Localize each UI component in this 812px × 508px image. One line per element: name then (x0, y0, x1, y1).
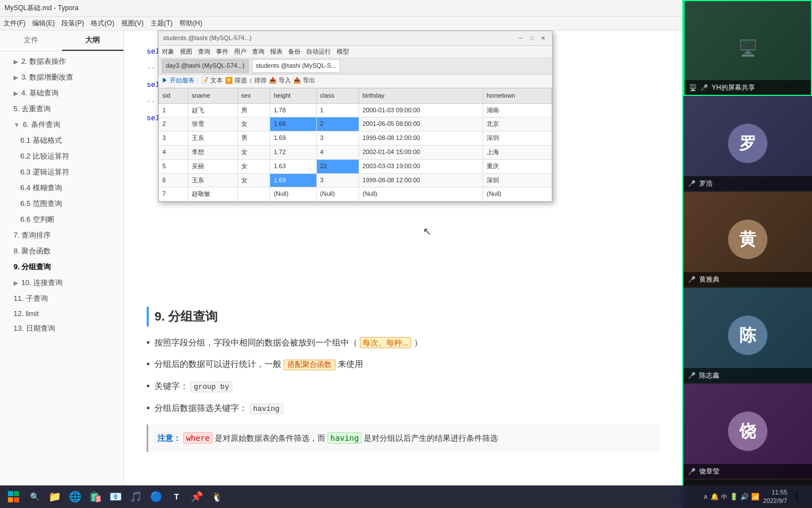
col-birthday[interactable]: birthday (359, 88, 483, 103)
taskbar-typora[interactable]: T (168, 488, 185, 505)
sidebar-tab-outline[interactable]: 大纲 (62, 30, 124, 51)
video-name-bar-p5: 🎤 饶章莹 (683, 464, 812, 479)
toolbar-text[interactable]: 📝 文本 (201, 75, 223, 86)
col-sex[interactable]: sex (237, 88, 270, 103)
bullet-text-1: 按照字段分组，字段中相同的数据会被放到一个组中（ 每次、每种... ） (155, 335, 422, 350)
col-hometown[interactable]: hometown (483, 88, 551, 103)
sidebar-item-s4[interactable]: ▶ 4. 基础查询 (0, 85, 123, 101)
note-text-end: 是对分组以后产生的结果进行条件筛选 (364, 433, 498, 443)
sidebar-item-s9[interactable]: 9. 分组查询 (0, 259, 123, 275)
typora-title: MySQL基础.md - Typora (5, 3, 78, 13)
editor-content[interactable]: select s -- 查询 select c -- 按照 select c (124, 30, 682, 496)
svg-rect-0 (8, 491, 13, 496)
mysql-menu-user[interactable]: 用户 (234, 46, 246, 58)
sidebar-item-s3[interactable]: ▶ 3. 数据增删改查 (0, 69, 123, 85)
mysql-window-title: students @tashi (MySQL-574...) (163, 33, 251, 44)
toolbar-sort[interactable]: ↕ 排排 (249, 75, 267, 86)
sidebar-item-s7[interactable]: 7. 查询排序 (0, 227, 123, 243)
sidebar-item-s65[interactable]: 6.5 范围查询 (0, 196, 123, 212)
svg-rect-2 (8, 497, 13, 502)
mysql-close-btn[interactable]: ✕ (539, 34, 548, 43)
toolbar-filter[interactable]: 🔽 筛选 (225, 75, 247, 86)
sidebar-item-s8[interactable]: 8. 聚合函数 (0, 243, 123, 259)
col-class[interactable]: class (316, 88, 359, 103)
toolbar-export[interactable]: 📤 导出 (293, 75, 315, 86)
toolbar-import[interactable]: 📥 导入 (269, 75, 291, 86)
sidebar-item-s66[interactable]: 6.6 空判断 (0, 212, 123, 227)
show-desktop-btn[interactable]: ▏ (791, 488, 807, 505)
mysql-menu-event[interactable]: 事件 (216, 46, 228, 58)
sidebar-item-s13[interactable]: 13. 日期查询 (0, 321, 123, 336)
video-name-bar-p1: 🖥️ 🎤 YH的屏幕共享 (685, 80, 811, 95)
toolbar-start[interactable]: ▶ 开始服务 (162, 75, 195, 86)
mysql-menu-view[interactable]: 视图 (180, 46, 192, 58)
taskbar-tray: ∧ 🔔 中 🔋 🔊 📶 (703, 493, 760, 501)
start-button[interactable] (5, 488, 23, 506)
mysql-titlebar: students @tashi (MySQL-574...) ─ □ ✕ (158, 31, 552, 46)
taskbar-mail[interactable]: 📧 (107, 488, 124, 505)
sidebar-item-s11[interactable]: 11. 子查询 (0, 291, 123, 306)
taskbar-chrome[interactable]: 🔵 (148, 488, 165, 505)
sidebar-item-s2[interactable]: ▶ 2. 数据表操作 (0, 54, 123, 69)
sidebar-item-s6[interactable]: ▼ 6. 条件查询 (0, 117, 123, 133)
taskbar-edge[interactable]: 🌐 (67, 488, 83, 505)
col-height[interactable]: height (270, 88, 316, 103)
bullet-dot-4: • (147, 400, 150, 417)
menu-edit[interactable]: 编辑(E) (32, 19, 55, 28)
menu-view[interactable]: 视图(V) (121, 19, 144, 28)
tray-volume[interactable]: 🔊 (740, 493, 749, 501)
taskbar-search[interactable]: 🔍 (26, 488, 43, 505)
table-row: 3王东男1.6931999-08-08 12:00:00深圳 (159, 132, 552, 146)
sidebar-item-s5[interactable]: 5. 去重查询 (0, 101, 123, 117)
tray-up-arrow[interactable]: ∧ (703, 493, 708, 501)
video-tile-p5: 饶 🎤 饶章莹 (683, 384, 812, 480)
sidebar-item-s61[interactable]: 6.1 基础格式 (0, 133, 123, 148)
menu-theme[interactable]: 主题(T) (151, 19, 173, 28)
mysql-minimize-btn[interactable]: ─ (516, 34, 525, 43)
taskbar-tencent[interactable]: 🐧 (209, 488, 226, 505)
menu-file[interactable]: 文件(F) (3, 19, 25, 28)
sidebar-item-s64[interactable]: 6.4 模糊查询 (0, 180, 123, 196)
mic-icon-p3: 🎤 (688, 276, 696, 283)
clock-time: 11:55 (763, 488, 787, 497)
mysql-menu-object[interactable]: 对象 (162, 46, 174, 58)
sidebar-tab-files[interactable]: 文件 (0, 30, 62, 51)
mysql-menu-model[interactable]: 模型 (337, 46, 349, 58)
mysql-tab-students[interactable]: students @tashi (MySQL-S... (252, 59, 341, 73)
tray-ime[interactable]: 中 (721, 493, 727, 501)
table-row: 2张雪女1.6822001-06-05 08:00:00北京 (159, 117, 552, 132)
mysql-tab-day3[interactable]: day3 @tashi (MySQL-574...) (162, 59, 249, 73)
sidebar-item-s12[interactable]: 12. limit (0, 306, 123, 321)
typora-titlebar: MySQL基础.md - Typora (0, 0, 682, 17)
mysql-menu-autorun[interactable]: 自动运行 (306, 46, 331, 58)
taskbar-files[interactable]: 📁 (46, 488, 63, 505)
col-sid[interactable]: sid (159, 88, 188, 103)
bullet-text-3: 关键字： group by (155, 378, 233, 393)
mysql-menu-query[interactable]: 查询 (198, 46, 210, 58)
screen-share-mic-icon: 🎤 (700, 84, 708, 91)
tray-battery[interactable]: 🔋 (730, 493, 738, 501)
mysql-maximize-btn[interactable]: □ (527, 34, 536, 43)
taskbar-pinned[interactable]: 📌 (188, 488, 205, 505)
mysql-menu-backup[interactable]: 备份 (288, 46, 301, 58)
menu-paragraph[interactable]: 段落(P) (61, 19, 84, 28)
taskbar-spotify[interactable]: 🎵 (127, 488, 144, 505)
bullet-item-4: • 分组后数据筛选关键字： having (147, 400, 660, 417)
taskbar-store[interactable]: 🛍️ (87, 488, 104, 505)
mysql-content: sid sname sex height class birthday home… (158, 88, 552, 202)
menu-format[interactable]: 格式(O) (91, 19, 114, 28)
note-box: 注意： where 是对原始数据表的条件筛选，而 having 是对分组以后产生… (147, 424, 660, 452)
tray-notification[interactable]: 🔔 (710, 493, 719, 501)
mysql-menu-report[interactable]: 报表 (270, 46, 283, 58)
tray-network[interactable]: 📶 (751, 493, 760, 501)
sidebar-item-s62[interactable]: 6.2 比较运算符 (0, 148, 123, 164)
mic-icon-p5: 🎤 (688, 468, 696, 475)
sidebar-item-s63[interactable]: 6.3 逻辑运算符 (0, 164, 123, 180)
bullet-item-2: • 分组后的数据可以进行统计，一般 搭配聚合函数 来使用 (147, 356, 660, 373)
col-sname[interactable]: sname (188, 88, 237, 103)
mysql-table-area[interactable]: sid sname sex height class birthday home… (158, 88, 552, 202)
mysql-menu-query2[interactable]: 查询 (252, 46, 264, 58)
taskbar-clock[interactable]: 11:55 2022/9/7 (763, 488, 787, 506)
sidebar-item-s10[interactable]: ▶ 10. 连接查询 (0, 275, 123, 291)
menu-help[interactable]: 帮助(H) (179, 19, 202, 28)
